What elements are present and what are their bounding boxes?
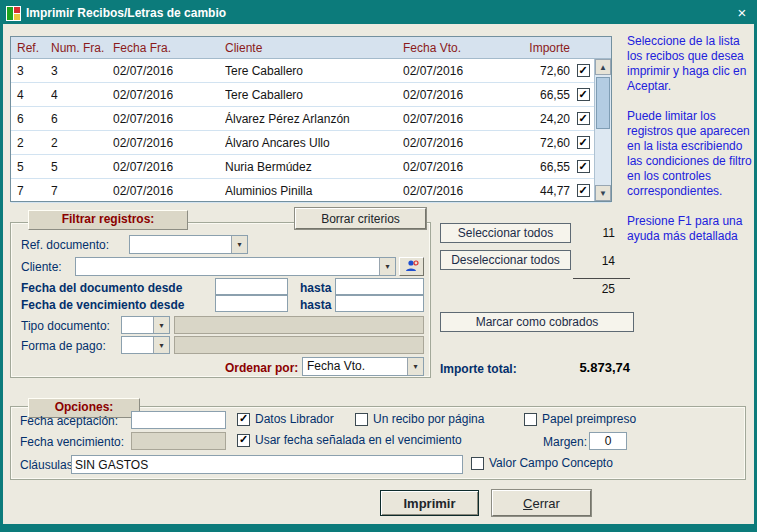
cell-vto: 02/07/2016 (403, 184, 518, 198)
deselect-all-button[interactable]: Deseleccionar todos (440, 250, 571, 270)
cell-num: 5 (51, 160, 113, 174)
fecha-doc-hasta-input[interactable] (335, 278, 424, 295)
total-count: 25 (578, 282, 615, 296)
dialog-content: Ref. Num. Fra. Fecha Fra. Cliente Fecha … (3, 24, 754, 524)
row-select-checkbox[interactable] (577, 88, 590, 101)
chevron-down-icon[interactable]: ▾ (153, 317, 169, 333)
person-search-icon (405, 259, 419, 275)
col-header-num[interactable]: Num. Fra. (51, 41, 113, 55)
forma-pago-label: Forma de pago: (21, 339, 106, 353)
importe-total-label: Importe total: (440, 362, 517, 376)
cell-num: 4 (51, 88, 113, 102)
margen-input[interactable] (589, 432, 627, 450)
cell-vto: 02/07/2016 (403, 160, 518, 174)
row-select-checkbox[interactable] (577, 160, 590, 173)
cell-importe: 44,77 (518, 184, 570, 198)
col-header-vto[interactable]: Fecha Vto. (403, 41, 518, 55)
un-recibo-option: Un recibo por página (355, 412, 484, 426)
fecha-vencimiento-label: Fecha vencimiento: (20, 435, 124, 449)
ordenar-por-combo[interactable]: Fecha Vto. ▾ (302, 357, 424, 376)
table-row[interactable]: 3302/07/2016Tere Caballero02/07/201672,6… (11, 59, 611, 83)
cell-select (570, 136, 596, 149)
cerrar-rest: errar (532, 496, 559, 511)
table-row[interactable]: 5502/07/2016Nuria Bermúdez02/07/201666,5… (11, 155, 611, 179)
table-scrollbar[interactable]: ▲ ▼ (594, 59, 611, 201)
selected-count: 11 (578, 226, 615, 240)
chevron-down-icon[interactable]: ▾ (231, 236, 247, 253)
fecha-vencimiento-desde-label: Fecha de vencimiento desde (21, 298, 184, 312)
clausulas-input[interactable] (71, 455, 463, 474)
select-all-button[interactable]: Seleccionar todos (440, 223, 571, 243)
fecha-doc-desde-input[interactable] (215, 278, 288, 295)
cliente-combo[interactable]: ▾ (75, 257, 396, 276)
hasta-label-1: hasta (300, 281, 331, 295)
forma-pago-combo[interactable]: ▾ (121, 336, 170, 354)
forma-pago-desc-field (174, 336, 424, 354)
un-recibo-checkbox[interactable] (355, 413, 368, 426)
cell-select (570, 64, 596, 77)
tipo-documento-combo[interactable]: ▾ (121, 316, 170, 334)
valor-campo-option: Valor Campo Concepto (471, 456, 613, 470)
fecha-venc-hasta-input[interactable] (335, 295, 424, 312)
cell-cliente: Álvarez Pérez Arlanzón (225, 112, 403, 126)
cell-cliente: Tere Caballero (225, 88, 403, 102)
col-header-cliente[interactable]: Cliente (225, 41, 403, 55)
chevron-down-icon[interactable]: ▾ (407, 358, 423, 375)
cell-select (570, 160, 596, 173)
imprimir-button[interactable]: Imprimir (380, 490, 479, 516)
cell-num: 3 (51, 64, 113, 78)
col-header-fecha[interactable]: Fecha Fra. (113, 41, 225, 55)
cliente-label: Cliente: (21, 260, 62, 274)
valor-campo-checkbox[interactable] (471, 457, 484, 470)
cell-select (570, 184, 596, 197)
cell-cliente: Tere Caballero (225, 64, 403, 78)
row-select-checkbox[interactable] (577, 112, 590, 125)
col-header-ref[interactable]: Ref. (11, 41, 51, 55)
usar-fecha-option: Usar fecha señalada en el vencimiento (237, 433, 462, 447)
fecha-aceptacion-input[interactable] (131, 411, 226, 429)
cell-num: 6 (51, 112, 113, 126)
ref-documento-label: Ref. documento: (21, 238, 109, 252)
table-row[interactable]: 4402/07/2016Tere Caballero02/07/201666,5… (11, 83, 611, 107)
table-row[interactable]: 7702/07/2016Aluminios Pinilla02/07/20164… (11, 179, 611, 203)
receipts-table: Ref. Num. Fra. Fecha Fra. Cliente Fecha … (10, 36, 612, 202)
col-header-importe[interactable]: Importe (518, 41, 570, 55)
row-select-checkbox[interactable] (577, 136, 590, 149)
clear-criteria-button[interactable]: Borrar criterios (295, 208, 426, 229)
table-row[interactable]: 2202/07/2016Álvaro Ancares Ullo02/07/201… (11, 131, 611, 155)
mark-paid-button[interactable]: Marcar como cobrados (440, 312, 634, 332)
fecha-venc-desde-input[interactable] (215, 295, 288, 312)
scroll-thumb[interactable] (596, 77, 610, 129)
cell-fecha: 02/07/2016 (113, 136, 225, 150)
datos-librador-checkbox[interactable] (237, 413, 250, 426)
scroll-up-icon[interactable]: ▲ (595, 59, 611, 75)
ref-documento-combo[interactable]: ▾ (129, 235, 248, 254)
app-icon (6, 6, 21, 21)
cliente-search-button[interactable] (399, 257, 424, 276)
tipo-documento-label: Tipo documento: (21, 319, 110, 333)
cerrar-button[interactable]: Cerrar (492, 490, 591, 516)
cell-vto: 02/07/2016 (403, 112, 518, 126)
help-text-2: Puede limitar los registros que aparecen… (627, 109, 753, 199)
cell-ref: 7 (11, 184, 51, 198)
valor-campo-label: Valor Campo Concepto (489, 456, 613, 470)
cell-ref: 3 (11, 64, 51, 78)
row-select-checkbox[interactable] (577, 64, 590, 77)
cell-fecha: 02/07/2016 (113, 160, 225, 174)
cell-select (570, 112, 596, 125)
table-row[interactable]: 6602/07/2016Álvarez Pérez Arlanzón02/07/… (11, 107, 611, 131)
scroll-down-icon[interactable]: ▼ (595, 185, 611, 201)
count-divider (573, 278, 630, 279)
usar-fecha-checkbox[interactable] (237, 434, 250, 447)
papel-preimpreso-checkbox[interactable] (524, 413, 537, 426)
chevron-down-icon[interactable]: ▾ (153, 337, 169, 353)
papel-preimpreso-label: Papel preimpreso (542, 412, 636, 426)
forma-pago-value (122, 337, 153, 353)
chevron-down-icon[interactable]: ▾ (379, 258, 395, 275)
papel-preimpreso-option: Papel preimpreso (524, 412, 636, 426)
cell-ref: 6 (11, 112, 51, 126)
tipo-documento-desc-field (174, 316, 424, 334)
close-icon[interactable]: × (733, 4, 751, 22)
row-select-checkbox[interactable] (577, 184, 590, 197)
cerrar-accesskey: C (523, 496, 532, 511)
